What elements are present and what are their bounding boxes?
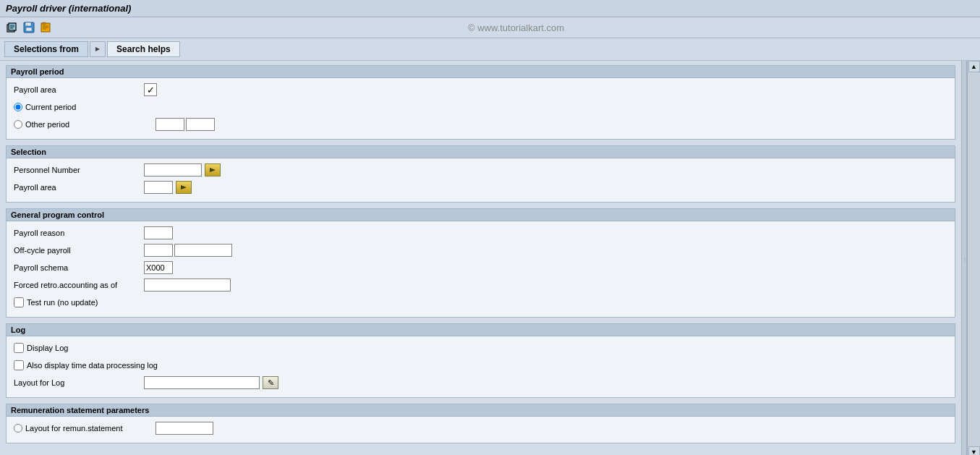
- payroll-schema-input[interactable]: [144, 261, 173, 274]
- window-title: Payroll driver (international): [6, 3, 131, 14]
- off-cycle-payroll-input-2[interactable]: [174, 244, 232, 257]
- resize-handle[interactable]: ⋮: [961, 61, 967, 455]
- layout-for-log-row: Layout for Log ✎: [14, 375, 947, 390]
- layout-remun-label: Layout for remun.statement: [25, 424, 155, 433]
- display-log-label: Display Log: [27, 344, 157, 352]
- layout-remun-radio[interactable]: [14, 424, 22, 433]
- other-period-label: Other period: [25, 120, 155, 129]
- section-selection: Selection Personnel Number Payroll area: [6, 145, 955, 203]
- layout-remun-row: Layout for remun.statement: [14, 421, 947, 435]
- section-payroll-period-body: Payroll area ✓ Current period Other peri…: [7, 78, 955, 139]
- clipboard-icon[interactable]: [39, 20, 54, 35]
- other-period-row: Other period: [14, 117, 947, 132]
- selection-payroll-area-row: Payroll area: [14, 180, 947, 195]
- content-area: Payroll period Payroll area ✓ Current pe…: [0, 61, 961, 455]
- section-log: Log Display Log Also display time data p…: [6, 323, 955, 398]
- tab-search-helps[interactable]: Search helps: [107, 41, 180, 57]
- test-run-checkbox[interactable]: [14, 297, 24, 307]
- title-bar: Payroll driver (international): [0, 0, 980, 17]
- main-container: Payroll period Payroll area ✓ Current pe…: [0, 61, 980, 455]
- scrollbar[interactable]: ▲ ▼: [967, 61, 980, 455]
- payroll-reason-row: Payroll reason: [14, 226, 947, 240]
- personnel-number-input[interactable]: [144, 163, 202, 177]
- test-run-label: Test run (no update): [27, 298, 157, 307]
- svg-text:i: i: [27, 23, 27, 27]
- payroll-area-label: Payroll area: [14, 85, 144, 94]
- section-payroll-period-header: Payroll period: [7, 66, 955, 78]
- test-run-row: Test run (no update): [14, 295, 947, 310]
- scroll-up-btn[interactable]: ▲: [968, 61, 980, 72]
- layout-for-log-input[interactable]: [144, 376, 260, 389]
- also-display-row: Also display time data processing log: [14, 358, 947, 373]
- payroll-area-row: Payroll area ✓: [14, 82, 947, 97]
- svg-rect-7: [26, 27, 32, 31]
- layout-remun-input[interactable]: [155, 422, 213, 435]
- section-gpc-body: Payroll reason Off-cycle payroll Payroll…: [7, 221, 955, 317]
- selection-payroll-area-label: Payroll area: [14, 183, 144, 192]
- current-period-label: Current period: [25, 103, 155, 111]
- toolbar: i © www.tutorialkart.com: [0, 17, 980, 38]
- display-log-checkbox[interactable]: [14, 343, 24, 353]
- watermark: © www.tutorialkart.com: [56, 22, 976, 33]
- save-icon[interactable]: i: [22, 20, 36, 35]
- tab-selections-from[interactable]: Selections from: [4, 41, 88, 57]
- section-gpc-header: General program control: [7, 209, 955, 221]
- forced-retro-label: Forced retro.accounting as of: [14, 281, 144, 289]
- forced-retro-row: Forced retro.accounting as of: [14, 278, 947, 292]
- section-remuneration-body: Layout for remun.statement: [7, 417, 955, 443]
- also-display-checkbox[interactable]: [14, 360, 24, 370]
- also-display-label: Also display time data processing log: [27, 361, 158, 370]
- layout-for-log-label: Layout for Log: [14, 378, 144, 387]
- off-cycle-payroll-input-1[interactable]: [144, 244, 173, 257]
- section-payroll-period: Payroll period Payroll area ✓ Current pe…: [6, 65, 955, 140]
- personnel-number-label: Personnel Number: [14, 166, 144, 174]
- current-period-radio[interactable]: [14, 103, 22, 111]
- payroll-schema-row: Payroll schema: [14, 260, 947, 275]
- other-period-radio[interactable]: [14, 120, 22, 129]
- tab-bar: Selections from Search helps: [0, 38, 980, 61]
- section-selection-header: Selection: [7, 146, 955, 158]
- payroll-reason-label: Payroll reason: [14, 229, 144, 237]
- off-cycle-payroll-row: Off-cycle payroll: [14, 243, 947, 258]
- payroll-area-checkbox[interactable]: ✓: [144, 83, 157, 96]
- svg-rect-10: [43, 22, 46, 25]
- off-cycle-payroll-label: Off-cycle payroll: [14, 246, 144, 255]
- section-selection-body: Personnel Number Payroll area: [7, 158, 955, 202]
- selection-payroll-area-input[interactable]: [144, 181, 173, 194]
- svg-marker-16: [181, 185, 187, 190]
- section-general-program-control: General program control Payroll reason O…: [6, 208, 955, 318]
- copy-icon[interactable]: [4, 20, 19, 35]
- layout-for-log-pencil-btn[interactable]: ✎: [263, 376, 278, 389]
- other-period-input-1[interactable]: [155, 118, 184, 131]
- personnel-number-arrow-btn[interactable]: [205, 163, 221, 177]
- display-log-row: Display Log: [14, 341, 947, 355]
- personnel-number-row: Personnel Number: [14, 163, 947, 177]
- scroll-down-btn[interactable]: ▼: [968, 446, 980, 455]
- section-remuneration-header: Remuneration statement parameters: [7, 404, 955, 417]
- payroll-schema-label: Payroll schema: [14, 263, 144, 272]
- forced-retro-input[interactable]: [144, 278, 231, 292]
- payroll-reason-input[interactable]: [144, 226, 173, 239]
- svg-marker-14: [95, 47, 100, 51]
- other-period-input-2[interactable]: [186, 118, 215, 131]
- tab-arrow-icon[interactable]: [90, 41, 106, 57]
- current-period-row: Current period: [14, 100, 947, 114]
- section-log-body: Display Log Also display time data proce…: [7, 336, 955, 397]
- selection-payroll-area-arrow-btn[interactable]: [176, 181, 192, 194]
- section-remuneration: Remuneration statement parameters Layout…: [6, 404, 955, 443]
- svg-marker-15: [210, 168, 216, 172]
- section-log-header: Log: [7, 324, 955, 336]
